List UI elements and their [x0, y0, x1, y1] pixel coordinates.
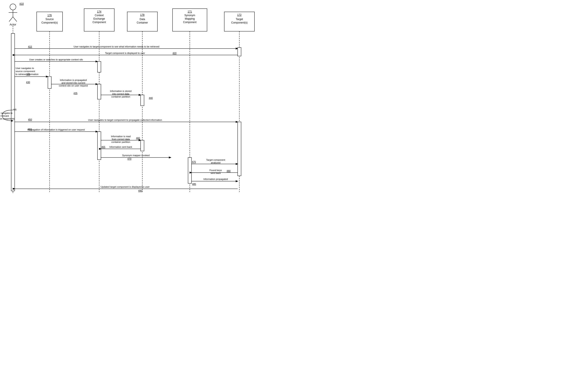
svg-text:455: 455 [28, 128, 32, 130]
svg-text:Target component: Target component [206, 159, 225, 161]
svg-text:415: 415 [28, 45, 32, 48]
svg-text:171: 171 [188, 10, 192, 13]
svg-text:User navigates to: User navigates to [16, 67, 34, 69]
svg-text:Information is read: Information is read [111, 135, 130, 138]
svg-text:450: 450 [28, 118, 32, 121]
svg-rect-45 [97, 61, 101, 72]
svg-text:Exchange: Exchange [93, 17, 105, 20]
svg-text:container partition: container partition [111, 95, 130, 98]
svg-text:User navigates to: User navigates to [0, 112, 12, 114]
svg-text:440: 440 [149, 97, 153, 99]
svg-point-0 [10, 4, 16, 10]
svg-text:Information sent back: Information sent back [109, 146, 132, 148]
sequence-diagram: Actor 410 176 Source Component(s) 174 Co… [0, 0, 288, 196]
svg-text:Mapping: Mapping [185, 17, 195, 20]
svg-text:435: 435 [74, 92, 77, 94]
svg-text:490: 490 [138, 189, 142, 192]
svg-text:analyzed: analyzed [211, 161, 220, 164]
svg-text:Target component is displayed : Target component is displayed to user [105, 52, 145, 54]
svg-text:User navigates to target compo: User navigates to target component to se… [74, 45, 159, 48]
svg-rect-72 [238, 122, 241, 176]
svg-rect-51 [48, 77, 51, 89]
svg-text:context silo on user request: context silo on user request [59, 84, 88, 87]
svg-text:Component(s): Component(s) [41, 21, 58, 24]
svg-text:470: 470 [127, 157, 131, 160]
svg-rect-63 [141, 95, 144, 106]
svg-rect-57 [97, 84, 101, 99]
svg-text:Container: Container [137, 21, 148, 24]
svg-text:Component: Component [92, 21, 106, 24]
svg-text:into correct data: into correct data [112, 92, 130, 95]
svg-line-4 [13, 17, 17, 22]
svg-text:source components: source components [0, 118, 14, 120]
svg-text:other relevant: other relevant [0, 115, 9, 117]
svg-text:Information is propagated: Information is propagated [60, 79, 87, 81]
svg-text:465: 465 [101, 146, 105, 148]
svg-text:User creates or switches to ap: User creates or switches to appropriate … [29, 58, 83, 61]
svg-text:420: 420 [173, 52, 176, 54]
svg-text:Propagation of information is : Propagation of information is triggered … [28, 128, 85, 131]
svg-text:Found keys: Found keys [210, 169, 222, 172]
svg-text:485: 485 [192, 183, 196, 185]
svg-text:Information propagated: Information propagated [203, 178, 228, 180]
svg-text:Component: Component [183, 21, 197, 24]
svg-text:Data: Data [140, 18, 145, 21]
svg-rect-39 [238, 47, 241, 56]
svg-text:410: 410 [19, 2, 24, 5]
svg-text:430: 430 [26, 81, 30, 84]
svg-text:Target: Target [236, 18, 243, 21]
svg-rect-82 [141, 140, 144, 151]
svg-text:Updated target component is di: Updated target component is displayed to… [100, 185, 150, 188]
svg-rect-76 [97, 132, 101, 160]
svg-text:from correct data: from correct data [112, 138, 130, 140]
svg-text:and stored into current: and stored into current [61, 82, 85, 84]
svg-text:475: 475 [192, 160, 196, 163]
svg-rect-89 [188, 157, 192, 183]
svg-text:178: 178 [140, 13, 144, 16]
svg-text:174: 174 [97, 10, 101, 13]
svg-text:User navigates to target compo: User navigates to target component to pr… [88, 119, 162, 121]
svg-text:480: 480 [227, 170, 230, 172]
svg-line-3 [9, 17, 13, 22]
svg-text:460: 460 [136, 137, 140, 139]
svg-text:176: 176 [47, 14, 52, 17]
svg-text:container partition: container partition [111, 141, 130, 143]
svg-text:Synonym mapper invoked: Synonym mapper invoked [122, 154, 149, 157]
svg-text:Actor: Actor [10, 23, 16, 26]
svg-text:445: 445 [13, 109, 17, 111]
svg-text:sent back: sent back [210, 172, 221, 174]
svg-text:Synonym: Synonym [184, 14, 195, 17]
svg-text:425: 425 [26, 73, 30, 76]
svg-text:Context: Context [95, 14, 104, 17]
svg-text:172: 172 [237, 13, 241, 16]
svg-text:Component(s): Component(s) [231, 21, 248, 24]
svg-text:Information is stored: Information is stored [110, 90, 132, 92]
svg-text:Source: Source [46, 18, 54, 21]
svg-text:source component: source component [16, 70, 35, 72]
